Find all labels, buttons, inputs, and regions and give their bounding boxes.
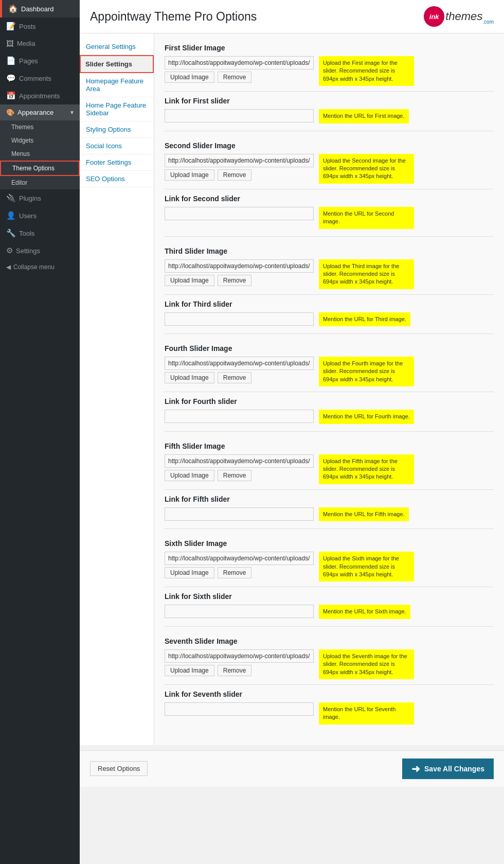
remove-image-button-7[interactable]: Remove [218,665,252,676]
divider-2 [165,189,494,189]
slider-hint-3: Upload the Third image for the slider. R… [319,259,414,289]
slider-title-1: First Slider Image [165,44,494,52]
upload-image-button-3[interactable]: Upload Image [165,275,214,286]
slider-title-2: Second Slider Image [165,142,494,150]
slider-link-input-6[interactable] [165,605,314,618]
sidebar-item-appointments[interactable]: 📅 Appointments [0,87,80,104]
slider-url-input-5[interactable] [165,454,314,468]
sidebar-label-media: Media [17,40,35,47]
slider-link-input-1[interactable] [165,109,314,122]
slider-input-group-7: Upload Image Remove [165,649,314,676]
divider-5 [165,489,494,490]
slider-input-group-6: Upload Image Remove [165,552,314,578]
sidebar-item-widgets[interactable]: Widgets [0,134,80,147]
slider-link-input-3[interactable] [165,312,314,326]
appearance-header[interactable]: 🎨 Appearance ▼ [0,104,80,120]
slider-link-title-6: Link for Sixth slider [165,592,494,601]
slider-url-input-3[interactable] [165,259,314,273]
slider-link-hint-4: Mention the URL for Fourth image. [319,410,414,424]
left-nav-general-settings[interactable]: General Settings [80,39,154,55]
slider-link-input-4[interactable] [165,410,314,423]
upload-image-button-7[interactable]: Upload Image [165,665,214,676]
sidebar-item-menus[interactable]: Menus [0,147,80,161]
reset-button[interactable]: Reset Options [90,761,148,776]
sidebar-item-dashboard[interactable]: 🏠 Dashboard [0,0,80,17]
slider-url-input-2[interactable] [165,154,314,167]
divider-3 [165,294,494,295]
sidebar-label-users: Users [19,212,37,220]
left-nav-home-page-feature-sidebar[interactable]: Home Page Feature Sidebar [80,97,154,121]
slider-link-input-5[interactable] [165,507,314,521]
left-nav-footer-settings[interactable]: Footer Settings [80,154,154,171]
remove-image-button-3[interactable]: Remove [218,275,252,286]
remove-image-button-1[interactable]: Remove [218,72,252,83]
slider-image-row-7: Upload Image Remove Upload the Seventh i… [165,649,494,679]
slider-image-row-1: Upload Image Remove Upload the First ima… [165,56,494,86]
collapse-icon: ◀ [6,263,11,271]
chevron-down-icon: ▼ [69,110,75,115]
sidebar-label-appointments: Appointments [19,92,60,100]
upload-image-button-5[interactable]: Upload Image [165,470,214,481]
logo-dot: .com [482,19,494,25]
slider-link-title-4: Link for Fourth slider [165,397,494,405]
sidebar-item-settings[interactable]: ⚙ Settings [0,242,80,259]
collapse-menu[interactable]: ◀ Collapse menu [0,259,80,275]
slider-link-row-4: Mention the URL for Fourth image. [165,410,494,424]
inkthemes-logo: ink themes .com [424,6,494,27]
save-button[interactable]: ➜ Save All Changes [402,759,494,779]
slider-input-group-2: Upload Image Remove [165,154,314,181]
slider-input-group-5: Upload Image Remove [165,454,314,481]
sidebar-item-editor[interactable]: Editor [0,176,80,189]
sidebar-label-tools: Tools [19,230,34,237]
slider-image-row-3: Upload Image Remove Upload the Third ima… [165,259,494,289]
sidebar-item-tools[interactable]: 🔧 Tools [0,224,80,242]
upload-image-button-2[interactable]: Upload Image [165,169,214,181]
remove-image-button-2[interactable]: Remove [218,169,252,181]
slider-image-row-6: Upload Image Remove Upload the Sixth ima… [165,552,494,581]
sidebar-item-theme-options[interactable]: Theme Options [0,161,80,176]
slider-url-input-1[interactable] [165,56,314,69]
slider-section-7: Seventh Slider Image Upload Image Remove… [165,637,494,725]
slider-link-hint-7: Mention the URL for Seventh image. [319,702,414,725]
dashboard-icon: 🏠 [8,4,18,13]
sidebar-label-pages: Pages [19,57,38,65]
slider-hint-6: Upload the Sixth image for the slider. R… [319,552,414,581]
slider-input-group-4: Upload Image Remove [165,357,314,383]
sidebar-item-users[interactable]: 👤 Users [0,207,80,224]
upload-image-button-4[interactable]: Upload Image [165,372,214,383]
sidebar-item-pages[interactable]: 📄 Pages [0,52,80,69]
divider-4 [165,392,494,392]
sidebar-item-comments[interactable]: 💬 Comments [0,69,80,87]
tools-icon: 🔧 [6,228,16,238]
slider-hint-1: Upload the First image for the slider. R… [319,56,414,86]
divider-1 [165,91,494,92]
sidebar-label-settings: Settings [16,247,40,255]
left-nav-styling-options[interactable]: Styling Options [80,121,154,138]
sidebar-item-plugins[interactable]: 🔌 Plugins [0,189,80,207]
slider-section-1: First Slider Image Upload Image Remove U… [165,44,494,131]
left-nav: General Settings Slider Settings Homepag… [80,33,154,745]
upload-image-button-1[interactable]: Upload Image [165,72,214,83]
left-nav-homepage-feature-area[interactable]: Homepage Feature Area [80,73,154,97]
sidebar-item-media[interactable]: 🖼 Media [0,35,80,52]
slider-url-input-7[interactable] [165,649,314,663]
sidebar-item-themes[interactable]: Themes [0,120,80,134]
remove-image-button-5[interactable]: Remove [218,470,252,481]
slider-link-input-2[interactable] [165,207,314,220]
footer-bar: Reset Options ➜ Save All Changes [80,750,504,787]
remove-image-button-6[interactable]: Remove [218,567,252,578]
slider-url-input-6[interactable] [165,552,314,565]
slider-url-input-4[interactable] [165,357,314,370]
logo-circle: ink [424,6,444,27]
slider-input-group-3: Upload Image Remove [165,259,314,286]
sidebar-item-posts[interactable]: 📝 Posts [0,17,80,35]
slider-link-title-3: Link for Third slider [165,300,494,308]
slider-link-input-7[interactable] [165,702,314,716]
left-nav-social-icons[interactable]: Social Icons [80,138,154,154]
remove-image-button-4[interactable]: Remove [218,372,252,383]
divider-7 [165,684,494,685]
upload-image-button-6[interactable]: Upload Image [165,567,214,578]
left-nav-slider-settings[interactable]: Slider Settings [80,55,154,73]
left-nav-seo-options[interactable]: SEO Options [80,171,154,187]
slider-btn-row-2: Upload Image Remove [165,169,314,181]
